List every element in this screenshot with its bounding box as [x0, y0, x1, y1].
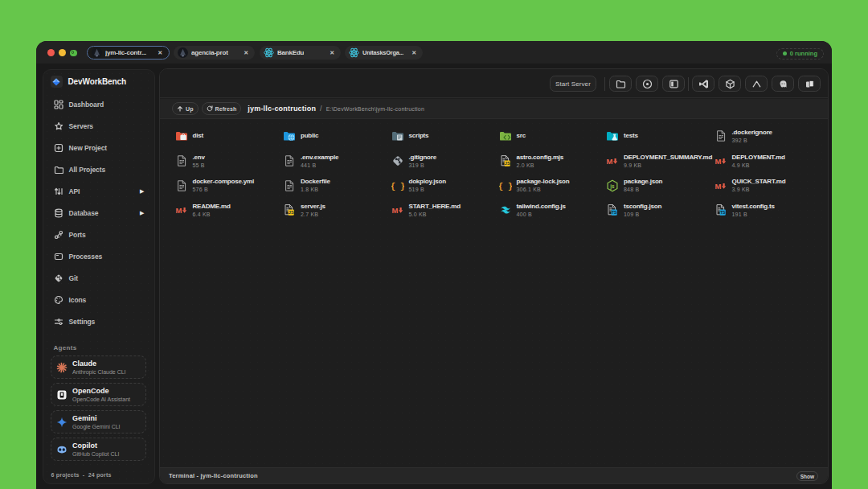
svg-text:js: js [609, 183, 615, 189]
svg-text:M: M [391, 206, 398, 215]
svg-text:M: M [714, 157, 721, 166]
svg-text:M: M [714, 181, 721, 190]
svg-text:TS: TS [612, 210, 617, 215]
svg-text:{ }: { } [499, 182, 512, 191]
svg-text:M: M [607, 157, 613, 166]
svg-text:JS: JS [289, 210, 294, 215]
svg-text:{ }: { } [391, 182, 404, 191]
svg-text:JS: JS [504, 161, 510, 166]
svg-text:M: M [175, 206, 182, 215]
svg-text:TS: TS [719, 210, 725, 215]
